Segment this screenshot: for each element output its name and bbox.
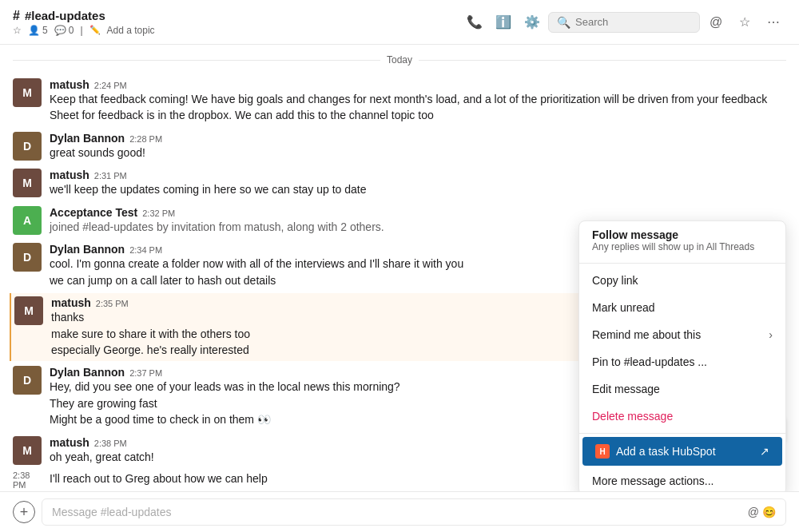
context-menu-more-actions[interactable]: More message actions... <box>579 467 785 491</box>
message-row: D Dylan Bannon 2:28 PM great sounds good… <box>13 129 786 164</box>
context-menu-hubspot[interactable]: H Add a task HubSpot ↗ <box>582 437 782 466</box>
context-menu: Follow message Any replies will show up … <box>578 220 786 491</box>
input-right-icons: @ 😊 <box>748 506 776 518</box>
add-attachment-button[interactable]: + <box>13 501 35 523</box>
context-menu-follow[interactable]: Follow message Any replies will show up … <box>579 221 785 260</box>
message-time: 2:38 PM <box>94 439 127 448</box>
message-time: 2:35 PM <box>96 299 129 308</box>
avatar: M <box>13 169 42 197</box>
message-time: 2:28 PM <box>129 134 162 144</box>
menu-divider-2 <box>579 433 785 434</box>
avatar: D <box>13 132 42 161</box>
message-author: Acceptance Test <box>50 206 137 219</box>
message-time: 2:31 PM <box>94 171 127 181</box>
message-header: matush 2:24 PM <box>50 78 786 91</box>
message-row: M matush 2:24 PM Keep that feedback comi… <box>13 75 786 127</box>
avatar: M <box>14 296 43 325</box>
reply-count: 💬 0 <box>54 25 74 36</box>
channel-name: # #lead-updates <box>13 9 462 23</box>
more-actions-label: More message actions... <box>592 474 714 487</box>
more-icon[interactable]: ⋯ <box>761 10 786 35</box>
hubspot-icon: H <box>595 444 610 459</box>
avatar: A <box>13 206 42 235</box>
avatar: M <box>13 436 42 465</box>
message-author: Dylan Bannon <box>50 243 125 256</box>
settings-icon[interactable]: ⚙️ <box>519 10 545 35</box>
remind-label: Remind me about this <box>592 328 701 341</box>
message-time: 2:32 PM <box>142 208 175 218</box>
message-time: 2:24 PM <box>94 81 127 90</box>
message-header: matush 2:31 PM <box>50 169 786 181</box>
menu-divider <box>579 263 785 264</box>
message-time: 2:37 PM <box>129 368 162 378</box>
context-menu-edit[interactable]: Edit message <box>579 375 785 403</box>
header-left: # #lead-updates ☆ 👤 5 💬 0 | ✏️ Add a top… <box>13 9 462 36</box>
star-icon[interactable]: ☆ <box>13 25 22 36</box>
emoji-button[interactable]: 😊 <box>762 506 776 518</box>
message-author: Dylan Bannon <box>50 366 125 379</box>
context-menu-delete[interactable]: Delete message <box>579 403 785 430</box>
search-icon: 🔍 <box>557 16 570 29</box>
delete-label: Delete message <box>592 410 673 423</box>
message-content: matush 2:24 PM Keep that feedback coming… <box>50 78 786 124</box>
hash-icon: # <box>13 9 20 23</box>
avatar: M <box>13 78 42 107</box>
edit-icon: ✏️ <box>89 25 101 35</box>
message-input-box[interactable]: Message #lead-updates @ 😊 <box>42 498 786 526</box>
message-author: matush <box>50 78 89 91</box>
member-count: 👤 5 <box>28 25 48 36</box>
context-menu-unread[interactable]: Mark unread <box>579 294 785 321</box>
message-input-area: + Message #lead-updates @ 😊 <box>0 491 799 532</box>
message-author: matush <box>51 296 91 309</box>
message-text: we'll keep the updates coming in here so… <box>50 181 786 197</box>
context-menu-copy[interactable]: Copy link <box>579 267 785 294</box>
channel-header: # #lead-updates ☆ 👤 5 💬 0 | ✏️ Add a top… <box>0 0 799 45</box>
cursor-indicator: ↗ <box>760 445 769 458</box>
message-text: I'll reach out to Greg about how we can … <box>50 470 268 486</box>
copy-label: Copy link <box>592 274 638 287</box>
messages-area: Today M matush 2:24 PM Keep that feedbac… <box>0 45 799 491</box>
context-menu-remind[interactable]: Remind me about this › <box>579 321 785 348</box>
message-author: matush <box>50 169 89 181</box>
header-right: 📞 ℹ️ ⚙️ 🔍 @ ☆ ⋯ <box>462 10 786 35</box>
input-placeholder: Message #lead-updates <box>52 506 171 518</box>
message-row: M matush 2:31 PM we'll keep the updates … <box>13 165 786 200</box>
unread-label: Mark unread <box>592 301 655 314</box>
at-mention-button[interactable]: @ <box>748 506 759 518</box>
divider: | <box>80 25 82 36</box>
message-content: matush 2:31 PM we'll keep the updates co… <box>50 169 786 197</box>
channel-meta: ☆ 👤 5 💬 0 | ✏️ Add a topic <box>13 25 462 36</box>
avatar: D <box>13 243 42 272</box>
message-time-continuation: 2:38 PM <box>13 470 38 490</box>
add-topic-link[interactable]: Add a topic <box>107 25 155 36</box>
at-icon[interactable]: @ <box>703 10 729 35</box>
search-box[interactable]: 🔍 <box>548 12 700 33</box>
message-header: Dylan Bannon 2:28 PM <box>50 132 786 145</box>
follow-title: Follow message <box>592 228 773 241</box>
edit-label: Edit message <box>592 383 660 395</box>
message-author: Dylan Bannon <box>50 132 125 145</box>
date-divider: Today <box>13 45 786 75</box>
message-text: great sounds good! <box>50 145 786 161</box>
avatar: D <box>13 366 42 395</box>
search-input[interactable] <box>575 16 691 28</box>
channel-title: #lead-updates <box>25 9 105 22</box>
bookmark-icon[interactable]: ☆ <box>732 10 757 35</box>
hubspot-label: Add a task HubSpot <box>616 445 716 458</box>
timestamp-spacer: 2:38 PM <box>13 470 42 491</box>
phone-icon[interactable]: 📞 <box>462 10 487 35</box>
info-icon[interactable]: ℹ️ <box>491 10 516 35</box>
message-author: matush <box>50 436 89 449</box>
context-menu-pin[interactable]: Pin to #lead-updates ... <box>579 348 785 375</box>
message-content: Dylan Bannon 2:28 PM great sounds good! <box>50 132 786 161</box>
message-time: 2:34 PM <box>129 245 162 255</box>
pin-label: Pin to #lead-updates ... <box>592 355 707 368</box>
message-header: Acceptance Test 2:32 PM <box>50 206 786 219</box>
message-text: Keep that feedback coming! We have big g… <box>50 91 786 107</box>
follow-subtitle: Any replies will show up in All Threads <box>592 241 773 252</box>
message-text: Sheet for feedback is in the dropbox. We… <box>50 107 786 123</box>
chevron-right-icon: › <box>769 328 773 341</box>
hubspot-option: H Add a task HubSpot <box>595 444 716 459</box>
